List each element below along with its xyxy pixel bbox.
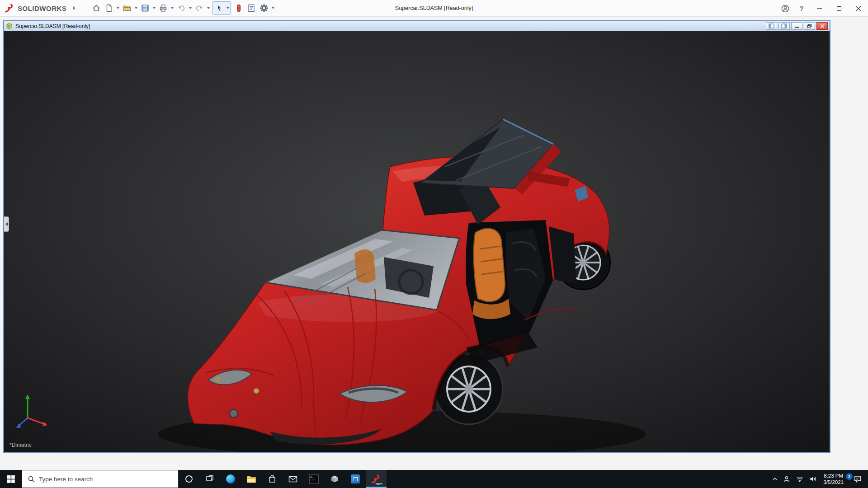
doc-close-icon — [820, 24, 825, 28]
meet-now-button[interactable] — [783, 475, 791, 483]
file-properties-icon — [247, 4, 256, 13]
app-maximize-button[interactable] — [829, 0, 849, 17]
solidworks-logo-icon — [5, 3, 14, 13]
taskbar-store-button[interactable] — [262, 470, 283, 488]
chevron-up-icon — [772, 476, 778, 482]
options-button[interactable] — [258, 1, 270, 15]
clock-date: 3/5/2021 — [823, 479, 844, 485]
rebuild-button[interactable] — [232, 1, 245, 15]
save-button[interactable] — [139, 1, 151, 15]
doc-close-button[interactable] — [816, 22, 828, 30]
undo-icon — [177, 4, 186, 13]
document-titlebar[interactable]: Supercar.SLDASM [Read-only] — [4, 21, 830, 31]
volume-button[interactable] — [809, 475, 817, 483]
app-window-title: Supercar.SLDASM [Read-only] — [395, 5, 473, 11]
redo-button[interactable] — [193, 1, 205, 15]
system-tray: 8:23 PM 3/5/2021 3 — [772, 470, 868, 488]
task-view-button[interactable] — [199, 470, 220, 488]
taskbar-photos-button[interactable] — [345, 470, 366, 488]
display-pane-right-button[interactable] — [778, 22, 790, 30]
taskbar-solidworks-button[interactable]: 2021 — [366, 470, 387, 488]
supercar-3d-model — [4, 31, 830, 452]
taskbar-terminal-button[interactable]: >_ — [303, 470, 324, 488]
select-tool-dropdown[interactable] — [225, 1, 230, 15]
chevron-left-icon — [5, 222, 8, 226]
document-title: Supercar.SLDASM [Read-only] — [15, 23, 90, 29]
windows-logo-icon — [7, 475, 15, 483]
save-dropdown[interactable] — [151, 1, 156, 15]
display-pane-left-button[interactable] — [766, 22, 777, 30]
print-icon — [159, 4, 168, 13]
solidworks-logo: SOLIDWORKS — [0, 3, 66, 13]
search-icon — [28, 476, 35, 483]
help-button[interactable]: ? — [793, 0, 810, 17]
solidworks-app-icon: 2021 — [370, 473, 382, 485]
clock-time: 8:23 PM — [823, 473, 844, 479]
wifi-icon — [796, 475, 804, 483]
action-center-button[interactable]: 3 — [850, 475, 865, 483]
app-titlebar: SOLIDWORKS — [0, 0, 868, 17]
blue-app-icon — [351, 474, 360, 483]
app-close-button[interactable] — [849, 0, 868, 17]
new-document-dropdown[interactable] — [115, 1, 120, 15]
print-dropdown[interactable] — [170, 1, 175, 15]
main-toolbar — [90, 1, 275, 15]
help-icon: ? — [799, 5, 803, 12]
minimize-icon — [817, 8, 822, 9]
open-button[interactable] — [121, 1, 133, 15]
action-center-icon — [854, 475, 862, 483]
app-minimize-button[interactable] — [810, 0, 829, 17]
maximize-icon — [837, 6, 841, 11]
select-cursor-icon — [215, 4, 224, 13]
taskbar-search — [22, 470, 179, 488]
home-button[interactable] — [90, 1, 102, 15]
home-icon — [92, 4, 101, 13]
doc-minimize-icon — [795, 24, 799, 28]
terminal-icon: >_ — [309, 474, 319, 484]
edge-icon — [226, 474, 235, 483]
redo-icon — [195, 4, 204, 13]
doc-minimize-button[interactable] — [791, 22, 802, 30]
select-tool-button[interactable] — [213, 1, 225, 15]
taskbar-edge-button[interactable] — [220, 470, 241, 488]
cube-app-icon — [330, 474, 339, 483]
account-button[interactable] — [777, 0, 793, 17]
rebuild-icon — [234, 4, 243, 13]
graphics-viewport[interactable]: *Dimetric — [4, 31, 830, 452]
speaker-icon — [809, 475, 817, 483]
new-document-icon — [104, 4, 113, 13]
taskbar-clock[interactable]: 8:23 PM 3/5/2021 — [822, 473, 845, 485]
print-button[interactable] — [157, 1, 169, 15]
windows-taskbar: >_ 2021 — [0, 470, 868, 488]
pane-left-icon — [769, 23, 774, 28]
menu-expand-arrow[interactable] — [70, 3, 78, 14]
undo-dropdown[interactable] — [188, 1, 193, 15]
taskbar-file-explorer-button[interactable] — [241, 470, 262, 488]
taskbar-mail-button[interactable] — [283, 470, 303, 488]
tray-expand-button[interactable] — [772, 476, 778, 482]
doc-restore-icon — [807, 24, 812, 28]
undo-button[interactable] — [175, 1, 187, 15]
store-icon — [268, 474, 277, 483]
select-tool-group — [212, 1, 231, 15]
network-button[interactable] — [796, 475, 804, 483]
file-properties-button[interactable] — [245, 1, 257, 15]
options-gear-icon — [259, 4, 269, 13]
redo-dropdown[interactable] — [206, 1, 211, 15]
options-dropdown[interactable] — [270, 1, 275, 15]
assembly-document-icon — [6, 23, 13, 29]
doc-restore-button[interactable] — [804, 22, 815, 30]
taskbar-3d-viewer-button[interactable] — [324, 470, 345, 488]
save-icon — [141, 4, 150, 13]
open-folder-icon — [123, 4, 132, 13]
new-document-button[interactable] — [103, 1, 115, 15]
mdi-client-area: Supercar.SLDASM [Read-only] — [0, 17, 868, 470]
open-dropdown[interactable] — [133, 1, 138, 15]
document-window: Supercar.SLDASM [Read-only] — [3, 20, 830, 453]
search-input[interactable] — [39, 476, 170, 483]
feature-panel-collapse-tab[interactable] — [4, 216, 9, 232]
start-button[interactable] — [0, 470, 22, 488]
cortana-icon — [185, 475, 193, 483]
cortana-button[interactable] — [179, 470, 199, 488]
file-explorer-icon — [246, 475, 256, 483]
